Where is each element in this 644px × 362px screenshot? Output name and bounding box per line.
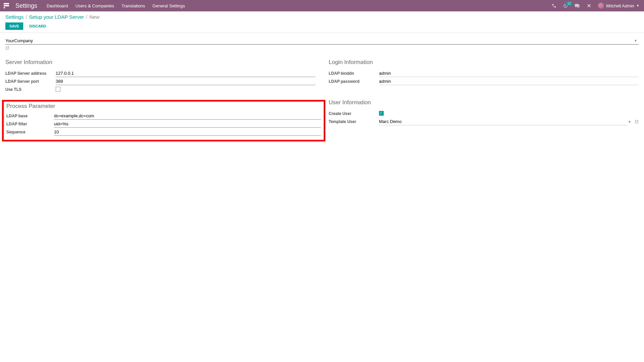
- template-user-input[interactable]: [379, 118, 628, 125]
- systray: 12 Mitchell Admin ▼: [552, 3, 639, 9]
- right-column: Login Information LDAP binddn LDAP passw…: [329, 59, 639, 141]
- ldap-filter-label: LDAP filter: [6, 122, 54, 126]
- action-bar: SAVE DISCARD: [5, 22, 639, 30]
- breadcrumb-parent[interactable]: Setup your LDAP Server: [29, 14, 84, 20]
- menu-translations[interactable]: Translations: [121, 3, 145, 8]
- phone-icon[interactable]: [552, 3, 556, 8]
- menu-general-settings[interactable]: General Settings: [153, 3, 185, 8]
- create-user-label: Create User: [329, 111, 379, 116]
- sequence-input[interactable]: [54, 128, 321, 136]
- activity-icon[interactable]: 12: [563, 3, 568, 8]
- left-column: Server Information LDAP Server address L…: [5, 59, 315, 141]
- ldap-password-label: LDAP password: [329, 79, 379, 84]
- ldap-password-input[interactable]: [379, 78, 639, 85]
- ldap-port-input[interactable]: [56, 78, 315, 85]
- form-sheet: ▼ Server Information LDAP Server address…: [0, 33, 644, 145]
- ldap-address-input[interactable]: [56, 70, 315, 77]
- template-user-label: Template User: [329, 119, 379, 124]
- close-icon[interactable]: [587, 3, 591, 8]
- save-button[interactable]: SAVE: [5, 22, 23, 30]
- ldap-base-label: LDAP base: [6, 114, 54, 118]
- ldap-port-label: LDAP Server port: [5, 79, 56, 84]
- ldap-filter-input[interactable]: [54, 120, 321, 128]
- user-info-heading: User Information: [329, 99, 639, 106]
- sequence-label: Sequence: [6, 130, 54, 134]
- ldap-binddn-input[interactable]: [379, 70, 639, 77]
- external-link-icon[interactable]: [5, 46, 9, 50]
- breadcrumb-root[interactable]: Settings: [5, 14, 23, 20]
- menu-users-companies[interactable]: Users & Companies: [75, 3, 114, 8]
- caret-down-icon: ▼: [636, 4, 639, 7]
- process-parameter-highlight: Process Parameter LDAP base LDAP filter …: [2, 100, 325, 141]
- menu-dashboard[interactable]: Dashboard: [47, 3, 68, 8]
- main-menu: Dashboard Users & Companies Translations…: [47, 3, 185, 8]
- ldap-binddn-label: LDAP binddn: [329, 71, 379, 76]
- create-user-checkbox[interactable]: [379, 111, 384, 116]
- login-info-heading: Login Information: [329, 59, 639, 66]
- ldap-base-input[interactable]: [54, 112, 321, 120]
- server-info-heading: Server Information: [5, 59, 315, 66]
- breadcrumb-current: New: [90, 14, 100, 20]
- company-input[interactable]: [5, 38, 639, 43]
- use-tls-label: Use TLS: [5, 87, 56, 92]
- top-nav: Settings Dashboard Users & Companies Tra…: [0, 0, 644, 11]
- external-link-icon[interactable]: [635, 120, 639, 124]
- user-name: Mitchell Admin: [606, 3, 634, 8]
- chevron-down-icon: ▼: [628, 120, 631, 124]
- process-heading: Process Parameter: [6, 103, 321, 110]
- avatar-icon: [598, 3, 604, 9]
- ldap-address-label: LDAP Server address: [5, 71, 56, 76]
- activity-count-badge: 12: [566, 1, 573, 6]
- use-tls-checkbox[interactable]: [56, 87, 60, 92]
- app-brand[interactable]: Settings: [15, 2, 37, 9]
- apps-icon[interactable]: [3, 3, 9, 9]
- company-field[interactable]: ▼: [5, 37, 639, 45]
- discard-button[interactable]: DISCARD: [26, 22, 49, 30]
- messages-icon[interactable]: [575, 3, 580, 8]
- user-menu[interactable]: Mitchell Admin ▼: [598, 3, 639, 9]
- breadcrumb: Settings / Setup your LDAP Server / New: [5, 14, 639, 20]
- control-panel: Settings / Setup your LDAP Server / New …: [0, 11, 644, 33]
